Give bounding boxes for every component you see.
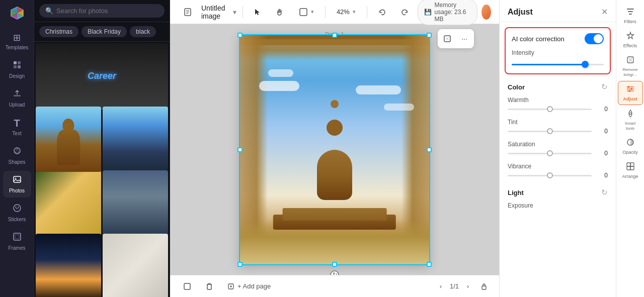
- svg-marker-13: [15, 148, 19, 153]
- ai-color-correction-section: AI color correction Intensity: [505, 27, 611, 74]
- delete-btn[interactable]: [200, 279, 218, 293]
- photo-thumb-road[interactable]: Career: [36, 43, 168, 110]
- selection-handle-tm[interactable]: [332, 33, 337, 38]
- photo-thumb-city[interactable]: [103, 107, 168, 172]
- add-page-btn[interactable]: + Add page: [222, 279, 276, 293]
- title-dropdown-icon[interactable]: ▾: [233, 8, 236, 16]
- rotate-handle[interactable]: ↻: [330, 270, 339, 275]
- svg-rect-9: [14, 65, 17, 68]
- svg-rect-10: [18, 65, 21, 68]
- svg-rect-8: [18, 61, 21, 64]
- canvas-float-btn-swap[interactable]: [440, 31, 455, 46]
- ai-color-label: AI color correction: [512, 35, 565, 43]
- photo-thumb-buddha-small[interactable]: [36, 107, 101, 172]
- undo-btn[interactable]: [373, 5, 391, 19]
- selection-handle-bm[interactable]: [332, 262, 337, 267]
- right-sidebar-effects[interactable]: Effects: [618, 28, 643, 51]
- right-sidebar-adjust[interactable]: Adjust: [618, 81, 643, 105]
- prev-page-btn[interactable]: ‹: [434, 279, 448, 293]
- shapes-icon: [13, 146, 22, 158]
- tint-row: Tint 0: [500, 117, 616, 139]
- tag-christmas[interactable]: Christmas: [39, 26, 78, 37]
- sidebar-item-frames[interactable]: Frames: [3, 228, 31, 255]
- sidebar-item-upload[interactable]: Upload: [3, 85, 31, 112]
- right-sidebar-smart-tools[interactable]: Smarttools: [618, 106, 643, 134]
- photos-panel: 🔍 Christmas Black Friday black Career: [34, 0, 170, 297]
- tint-value: 0: [596, 128, 608, 135]
- photos-icon: [13, 175, 22, 186]
- ai-color-row: AI color correction: [512, 33, 604, 44]
- next-page-btn[interactable]: ›: [461, 279, 475, 293]
- vibrance-label: Vibrance: [508, 163, 608, 170]
- sidebar-item-photos[interactable]: Photos: [3, 171, 31, 197]
- color-section-title: Color: [508, 83, 525, 91]
- svg-rect-25: [300, 9, 307, 16]
- svg-rect-34: [629, 14, 632, 15]
- sidebar-item-templates[interactable]: ⊞ Templates: [3, 28, 31, 54]
- search-input[interactable]: [56, 7, 158, 15]
- light-section-header: Light ↻: [500, 183, 616, 200]
- sidebar-item-text[interactable]: T Text: [3, 114, 31, 140]
- selection-handle-ml[interactable]: [237, 147, 243, 152]
- svg-rect-14: [14, 176, 21, 182]
- hand-tool-btn[interactable]: [271, 5, 290, 20]
- smart-tools-icon: [626, 109, 635, 120]
- light-refresh-btn[interactable]: ↻: [601, 188, 608, 197]
- selection-handle-tl[interactable]: [237, 33, 243, 38]
- frame-btn[interactable]: [178, 279, 196, 293]
- color-refresh-btn[interactable]: ↻: [601, 82, 608, 91]
- right-sidebar-arrange[interactable]: Arrange: [618, 159, 643, 182]
- search-input-wrap[interactable]: 🔍: [39, 4, 165, 18]
- svg-rect-33: [628, 11, 633, 12]
- saturation-slider[interactable]: [508, 153, 592, 154]
- photo-thumb-paraglide[interactable]: [103, 170, 168, 236]
- warmth-label: Warmth: [508, 96, 608, 104]
- toolbar-separator-2: [325, 6, 326, 18]
- photo-thumb-flowers[interactable]: [36, 170, 101, 236]
- selection-handle-bl[interactable]: [237, 262, 243, 267]
- toolbar-separator: [243, 6, 243, 18]
- exposure-row: Exposure: [500, 200, 616, 215]
- intensity-slider[interactable]: [512, 60, 604, 68]
- select-tool-btn[interactable]: [249, 5, 267, 19]
- warmth-slider[interactable]: [508, 109, 592, 110]
- selection-handle-mr[interactable]: [427, 147, 432, 152]
- app-logo: [8, 4, 26, 22]
- smart-tools-label: Smarttools: [625, 121, 635, 131]
- right-sidebar-opacity[interactable]: Opacity: [618, 135, 643, 158]
- sidebar-item-design[interactable]: Design: [3, 56, 31, 83]
- tag-black[interactable]: black: [130, 26, 156, 37]
- photo-thumb-city-night[interactable]: [36, 234, 101, 297]
- right-sidebar-remove-bg[interactable]: Removebckgr...: [618, 52, 643, 80]
- selection-handle-br[interactable]: [427, 262, 432, 267]
- vibrance-slider[interactable]: [508, 175, 592, 176]
- lock-btn[interactable]: [477, 279, 491, 293]
- redo-btn[interactable]: [395, 5, 414, 19]
- frame-tool-btn[interactable]: ▾: [294, 5, 319, 20]
- right-sidebar-filters[interactable]: Filters: [618, 4, 643, 27]
- svg-rect-11: [14, 95, 21, 96]
- selection-handle-tr[interactable]: [427, 33, 432, 38]
- design-icon: [13, 60, 22, 72]
- warmth-row: Warmth 0: [500, 94, 616, 117]
- tags-row: Christmas Black Friday black: [34, 22, 170, 42]
- svg-rect-47: [627, 163, 630, 166]
- photo-thumb-fabric[interactable]: [103, 234, 168, 297]
- document-btn[interactable]: [178, 5, 197, 20]
- user-avatar[interactable]: [481, 5, 491, 20]
- svg-rect-31: [482, 286, 486, 289]
- saturation-label: Saturation: [508, 141, 608, 148]
- adjust-close-btn[interactable]: ✕: [601, 7, 608, 17]
- filters-icon: [626, 7, 635, 18]
- tint-slider[interactable]: [508, 131, 592, 132]
- stickers-icon: [13, 204, 22, 215]
- vibrance-row: Vibrance 0: [500, 161, 616, 183]
- bottom-toolbar: + Add page ‹ 1/1 ›: [170, 275, 499, 297]
- main-area: Untitled image ▾ ▾ 42% ▾ 💾 Memor: [170, 0, 499, 297]
- sidebar-item-shapes[interactable]: Shapes: [3, 142, 31, 169]
- sidebar-item-stickers[interactable]: Stickers: [3, 200, 31, 226]
- zoom-btn[interactable]: 42% ▾: [332, 5, 361, 19]
- canvas-float-btn-more[interactable]: ···: [457, 31, 472, 46]
- ai-color-toggle[interactable]: [585, 33, 604, 44]
- tag-blackfriday[interactable]: Black Friday: [82, 26, 127, 37]
